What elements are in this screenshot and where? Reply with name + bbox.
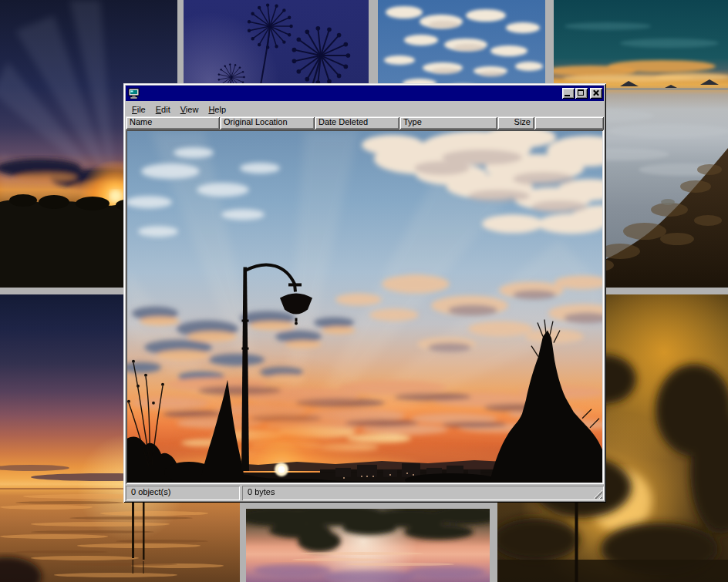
menu-view[interactable]: View [176, 103, 204, 116]
column-header-name[interactable]: Name [126, 116, 220, 130]
computer-icon [128, 88, 140, 99]
menu-edit[interactable]: Edit [151, 103, 176, 116]
maximize-button[interactable] [575, 88, 588, 99]
desktop: { "window": { "title": "", "menu_items":… [0, 0, 728, 582]
file-list-area[interactable] [126, 130, 604, 484]
close-button[interactable] [590, 88, 602, 99]
title-bar[interactable] [126, 86, 604, 101]
status-bar: 0 object(s) 0 bytes [126, 486, 604, 500]
menu-file[interactable]: File [127, 103, 151, 116]
minimize-button[interactable] [562, 88, 575, 99]
column-header-blank[interactable] [534, 116, 604, 130]
menu-help[interactable]: Help [204, 103, 231, 116]
column-header-size[interactable]: Size [497, 116, 534, 130]
sunset-lamppost-photo [127, 131, 602, 483]
column-header-type[interactable]: Type [399, 116, 497, 130]
wallpaper-tile-water-reflection [246, 509, 490, 582]
status-object-count: 0 object(s) [126, 486, 240, 500]
column-header-date-deleted[interactable]: Date Deleted [315, 116, 399, 130]
column-header-original-location[interactable]: Original Location [220, 116, 315, 130]
menu-bar: File Edit View Help [126, 102, 604, 116]
recycle-bin-window: File Edit View Help Name Original Locati… [123, 83, 606, 503]
column-header-row: Name Original Location Date Deleted Type… [126, 116, 604, 130]
status-total-size: 0 bytes [242, 486, 604, 500]
